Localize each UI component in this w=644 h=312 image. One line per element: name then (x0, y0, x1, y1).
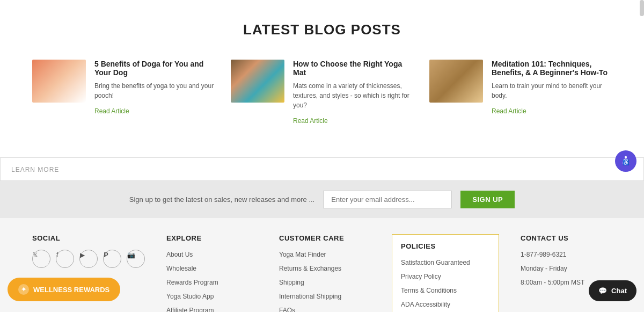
chat-button-label: Chat (611, 287, 627, 295)
footer-policies-col: POLICIES Satisfaction Guaranteed Privacy… (392, 234, 499, 312)
blog-section: LATEST BLOG POSTS 5 Benefits of Doga for… (0, 0, 644, 157)
policy-link-satisfaction[interactable]: Satisfaction Guaranteed (401, 258, 490, 267)
accessibility-button[interactable]: ♿ (615, 150, 636, 172)
wellness-icon: ✦ (18, 284, 29, 295)
chat-button[interactable]: 💬 Chat (589, 280, 636, 301)
blog-post-3-link[interactable]: Read Article (492, 107, 526, 115)
twitter-icon[interactable]: 𝕏 (32, 250, 50, 268)
blog-post-3-desc: Learn to train your mind to benefit your… (492, 81, 612, 100)
svg-point-1 (625, 156, 627, 158)
blog-post-3-image (429, 60, 483, 103)
blog-post-2-content: How to Choose the Right Yoga Mat Mats co… (293, 60, 413, 125)
cc-link-faqs[interactable]: FAQs (279, 306, 370, 312)
blog-post-3-title: Meditation 101: Techniques, Benefits, & … (492, 60, 612, 77)
explore-link-rewards[interactable]: Rewards Program (166, 278, 258, 287)
contact-title: CONTACT US (521, 234, 612, 242)
contact-hours-1: Monday - Friday (521, 264, 612, 273)
blog-post-1-link[interactable]: Read Article (94, 107, 129, 115)
instagram-icon[interactable]: 📷 (127, 250, 145, 268)
explore-link-about[interactable]: About Us (166, 250, 258, 259)
blog-post-3: Meditation 101: Techniques, Benefits, & … (429, 60, 612, 125)
blog-post-2: How to Choose the Right Yoga Mat Mats co… (231, 60, 413, 125)
explore-link-yoga-studio[interactable]: Yoga Studio App (166, 292, 258, 301)
signup-button[interactable]: SIGN UP (460, 191, 515, 208)
customer-care-title: CUSTOMER CARE (279, 234, 370, 242)
contact-phone: 1-877-989-6321 (521, 250, 612, 259)
cc-link-mat-finder[interactable]: Yoga Mat Finder (279, 250, 370, 259)
newsletter-text: Sign up to get the latest on sales, new … (129, 195, 314, 204)
blog-post-1-content: 5 Benefits of Doga for You and Your Dog … (94, 60, 215, 125)
scrollbar-indicator (640, 0, 644, 16)
cc-link-shipping[interactable]: Shipping (279, 278, 370, 287)
newsletter-email-input[interactable] (323, 191, 452, 208)
youtube-icon[interactable]: ▶ (79, 250, 98, 268)
explore-link-affiliate[interactable]: Affiliate Program (166, 306, 258, 312)
newsletter-bar: Sign up to get the latest on sales, new … (0, 181, 644, 218)
blog-post-2-desc: Mats come in a variety of thicknesses, t… (293, 81, 413, 110)
blog-post-1: 5 Benefits of Doga for You and Your Dog … (32, 60, 215, 125)
blog-section-title: LATEST BLOG POSTS (32, 21, 612, 38)
policies-title: POLICIES (401, 242, 490, 250)
blog-post-1-desc: Bring the benefits of yoga to you and yo… (94, 81, 215, 100)
footer-explore-col: EXPLORE About Us Wholesale Rewards Progr… (166, 234, 258, 312)
footer-customer-care-col: CUSTOMER CARE Yoga Mat Finder Returns & … (279, 234, 370, 312)
facebook-icon[interactable]: f (56, 250, 74, 268)
blog-posts-container: 5 Benefits of Doga for You and Your Dog … (32, 60, 612, 125)
wellness-rewards-button[interactable]: ✦ WELLNESS REWARDS (8, 278, 120, 301)
policy-link-privacy[interactable]: Privacy Policy (401, 272, 490, 281)
policy-link-terms[interactable]: Terms & Conditions (401, 286, 490, 295)
chat-bubble-icon: 💬 (598, 287, 607, 295)
cc-link-returns[interactable]: Returns & Exchanges (279, 264, 370, 273)
svg-text:♿: ♿ (623, 159, 630, 166)
blog-post-2-link[interactable]: Read Article (293, 117, 328, 125)
pinterest-icon[interactable]: 𝗣 (103, 250, 121, 268)
social-title: SOCIAL (32, 234, 145, 242)
blog-post-3-content: Meditation 101: Techniques, Benefits, & … (492, 60, 612, 125)
blog-post-2-title: How to Choose the Right Yoga Mat (293, 60, 413, 77)
blog-post-1-image (32, 60, 86, 103)
blog-post-2-image (231, 60, 284, 103)
policy-link-ada[interactable]: ADA Accessibility (401, 300, 490, 309)
learn-more-label: LEARN MORE (11, 166, 59, 173)
explore-title: EXPLORE (166, 234, 258, 242)
social-icons-row: 𝕏 f ▶ 𝗣 📷 (32, 250, 145, 272)
learn-more-bar: LEARN MORE (0, 157, 644, 181)
cc-link-intl-shipping[interactable]: International Shipping (279, 292, 370, 301)
explore-link-wholesale[interactable]: Wholesale (166, 264, 258, 273)
wellness-rewards-label: WELLNESS REWARDS (33, 286, 109, 294)
blog-post-1-title: 5 Benefits of Doga for You and Your Dog (94, 60, 215, 77)
